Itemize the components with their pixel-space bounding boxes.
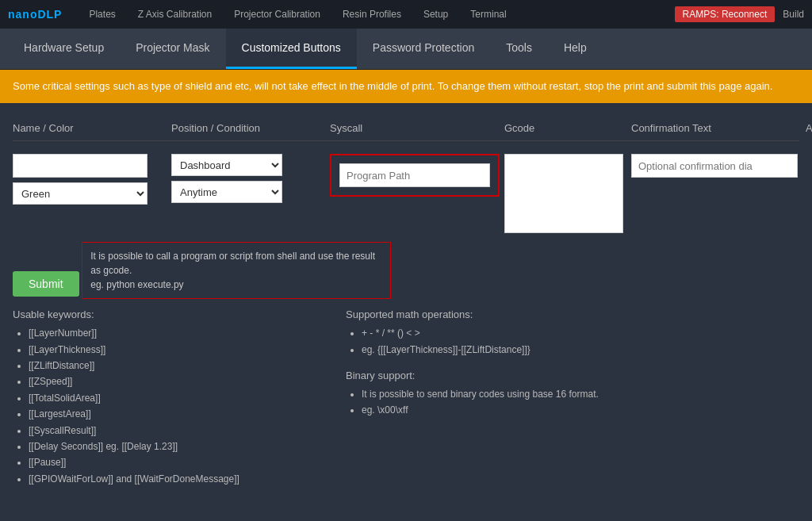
position-select[interactable]: Dashboard Layers Settings [171, 154, 282, 176]
tab-password-protection[interactable]: Password Protection [357, 29, 490, 69]
program-path-input[interactable] [339, 163, 490, 187]
nav-projector-calibration[interactable]: Projector Calibration [231, 9, 324, 20]
table-row: Green Red Blue Yellow White Dashboard La… [13, 147, 799, 242]
nav-terminal[interactable]: Terminal [467, 9, 509, 20]
keyword-item: [[LayerNumber]] [29, 325, 314, 341]
syscall-cell [330, 154, 500, 197]
binary-list: It is possible to send binary codes usin… [346, 386, 799, 419]
tab-projector-mask[interactable]: Projector Mask [120, 29, 225, 69]
action-cell: ↑ ↓ ✕ [806, 154, 812, 216]
info-line1: It is possible to call a program or scri… [90, 251, 375, 276]
keyword-item: [[Delay Seconds]] eg. [[Delay 1.23]] [29, 439, 314, 454]
confirm-input[interactable] [631, 154, 798, 178]
name-color-cell: Green Red Blue Yellow White [13, 154, 171, 205]
alert-banner: Some critical settings such as type of s… [0, 70, 812, 103]
info-line2: eg. python execute.py [90, 279, 183, 290]
keyword-item: [[ZSpeed]] [29, 374, 314, 389]
keyword-item: [[LayerThickness]] [29, 342, 314, 358]
keywords-section: Usable keywords: [[LayerNumber]] [[Layer… [13, 308, 314, 487]
nav-setup[interactable]: Setup [420, 9, 451, 20]
main-content: Name / Color Position / Condition Syscal… [0, 103, 812, 500]
keywords-list: [[LayerNumber]] [[LayerThickness]] [[ZLi… [13, 325, 314, 487]
keyword-item: [[Pause]] [29, 454, 314, 470]
keyword-item: [[GPIOWaitForLow]] and [[WaitForDoneMess… [29, 471, 314, 487]
top-nav-right: RAMPS: Reconnect Build [675, 6, 804, 22]
col-header-name: Name / Color [13, 122, 171, 134]
gcode-cell [504, 154, 631, 236]
tab-tools[interactable]: Tools [490, 29, 548, 69]
math-list: + - * / ** () < > eg. {[[LayerThickness]… [346, 325, 799, 358]
info-box: It is possible to call a program or scri… [82, 242, 391, 299]
tab-help[interactable]: Help [548, 29, 603, 69]
build-link[interactable]: Build [783, 9, 804, 20]
math-binary-section: Supported math operations: + - * / ** ()… [346, 308, 799, 487]
col-header-confirm: Confirmation Text [631, 122, 806, 134]
nav-resin-profiles[interactable]: Resin Profiles [339, 9, 404, 20]
bottom-sections: Usable keywords: [[LayerNumber]] [[Layer… [13, 308, 799, 487]
keywords-title: Usable keywords: [13, 308, 314, 320]
keyword-item: [[LargestArea]] [29, 406, 314, 422]
nav-z-axis[interactable]: Z Axis Calibration [135, 9, 215, 20]
color-select[interactable]: Green Red Blue Yellow White [13, 182, 147, 205]
confirm-cell [631, 154, 806, 178]
table-header: Name / Color Position / Condition Syscal… [13, 116, 799, 141]
col-header-action: Action [806, 122, 812, 134]
nav-plates[interactable]: Plates [86, 9, 118, 20]
col-header-gcode: Gcode [504, 122, 631, 134]
keyword-item: [[SyscallResult]] [29, 423, 314, 439]
keyword-item: [[ZLiftDistance]] [29, 358, 314, 374]
binary-title: Binary support: [346, 370, 799, 381]
position-condition-cell: Dashboard Layers Settings Anytime Printi… [171, 154, 330, 203]
math-title: Supported math operations: [346, 308, 799, 320]
math-item: eg. {[[LayerThickness]]-[[ZLiftDistance]… [362, 342, 799, 358]
tab-customized-buttons[interactable]: Customized Buttons [226, 29, 357, 69]
alert-text: Some critical settings such as type of s… [13, 80, 772, 92]
tab-hardware-setup[interactable]: Hardware Setup [8, 29, 120, 69]
col-header-position: Position / Condition [171, 122, 330, 134]
app-logo: nanoDLP [8, 8, 62, 21]
gcode-textarea[interactable] [504, 154, 623, 233]
math-item: + - * / ** () < > [362, 325, 799, 341]
col-header-syscall: Syscall [330, 122, 504, 134]
submit-button[interactable]: Submit [13, 271, 79, 297]
tab-bar: Hardware Setup Projector Mask Customized… [0, 29, 812, 70]
name-input[interactable] [13, 154, 147, 178]
top-navigation: nanoDLP Plates Z Axis Calibration Projec… [0, 0, 812, 29]
keyword-item: [[TotalSolidArea]] [29, 390, 314, 406]
condition-select[interactable]: Anytime Printing Not Printing [171, 181, 282, 203]
binary-item: eg. \x00\xff [362, 402, 799, 418]
ramps-reconnect-button[interactable]: RAMPS: Reconnect [675, 6, 776, 22]
binary-item: It is possible to send binary codes usin… [362, 386, 799, 402]
